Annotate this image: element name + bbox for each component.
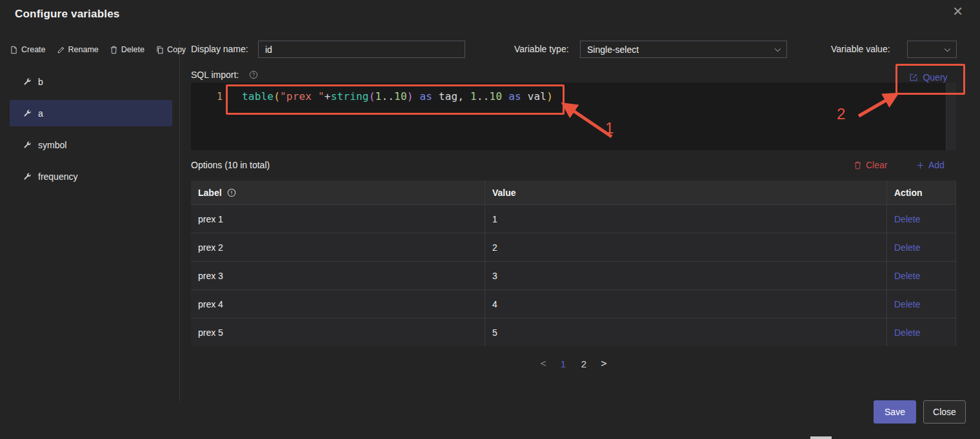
question-circle-icon[interactable] <box>249 70 258 79</box>
close-icon[interactable]: × <box>953 3 963 19</box>
editor-scrollbar[interactable] <box>946 83 956 150</box>
sidebar-item-label: frequency <box>38 171 77 182</box>
toolbar-create-label: Create <box>21 45 46 54</box>
table-row: prex 22Delete <box>191 233 956 261</box>
clear-button[interactable]: Clear <box>854 160 887 170</box>
sidebar-item-a[interactable]: a <box>10 100 172 126</box>
wrench-icon <box>23 141 32 149</box>
code-token: 1 <box>375 90 382 102</box>
variable-value-label: Variable value: <box>831 41 890 58</box>
delete-link[interactable]: Delete <box>894 214 920 224</box>
sidebar-toolbar: CreateRenameDeleteCopy <box>10 45 186 54</box>
table-header-row: LabelValueAction <box>191 180 956 204</box>
cell-action: Delete <box>887 262 956 289</box>
cell-label: prex 5 <box>191 318 485 346</box>
code-token: val <box>521 90 546 102</box>
sidebar-item-frequency[interactable]: frequency <box>10 163 172 190</box>
code-token: ) <box>407 90 414 102</box>
code-token: as <box>419 90 432 102</box>
cell-action: Delete <box>887 318 956 346</box>
pagination-page-2[interactable]: 2 <box>576 358 592 369</box>
variable-value-select[interactable] <box>907 41 957 58</box>
toolbar-create-button[interactable]: Create <box>10 45 46 54</box>
code-token: 10 <box>490 90 503 102</box>
cell-value: 4 <box>485 290 887 318</box>
sidebar-divider <box>179 40 180 401</box>
cell-label: prex 4 <box>191 290 485 318</box>
close-button[interactable]: Close <box>923 400 966 424</box>
column-header-value: Value <box>485 180 887 204</box>
sql-code-line: table("prex "+string(1..10) as tag, 1..1… <box>242 90 553 102</box>
pagination-page-1[interactable]: 1 <box>555 358 571 369</box>
code-token <box>502 90 508 102</box>
pagination: <12> <box>191 354 956 373</box>
save-button[interactable]: Save <box>874 400 916 424</box>
toolbar-copy-button[interactable]: Copy <box>155 45 186 54</box>
table-row: prex 11Delete <box>191 204 956 233</box>
page-title: Configure variables <box>15 8 120 21</box>
code-token: 1 <box>470 90 477 102</box>
chevron-down-icon <box>944 48 951 52</box>
sql-import-label: SQL import: <box>191 70 239 80</box>
toolbar-delete-label: Delete <box>121 45 145 54</box>
wrench-icon <box>23 109 32 117</box>
code-token: .. <box>381 90 394 102</box>
delete-link[interactable]: Delete <box>894 271 920 281</box>
header-label: Value <box>492 188 516 198</box>
code-token: as <box>508 90 521 102</box>
options-table: LabelValueAction prex 11Deleteprex 22Del… <box>191 180 956 346</box>
column-header-action: Action <box>887 180 956 204</box>
toolbar-copy-label: Copy <box>167 45 186 54</box>
column-header-label: Label <box>191 180 485 204</box>
trash-icon <box>854 161 862 170</box>
options-title: Options (10 in total) <box>191 160 270 170</box>
variable-type-select[interactable]: Single-select <box>580 41 787 58</box>
bottom-partial-element <box>810 436 832 439</box>
code-token: "prex " <box>280 90 325 102</box>
table-body: prex 11Deleteprex 22Deleteprex 33Deletep… <box>191 204 956 346</box>
variable-list: basymbolfrequency <box>10 68 172 195</box>
plus-icon <box>916 161 925 170</box>
cell-value: 2 <box>485 233 887 261</box>
sql-code-editor[interactable]: 1 table("prex "+string(1..10) as tag, 1.… <box>191 83 956 150</box>
code-token: table <box>242 90 274 102</box>
sidebar-item-label: b <box>38 77 43 87</box>
cell-label: prex 3 <box>191 262 485 289</box>
cell-action: Delete <box>887 290 956 318</box>
sidebar-item-b[interactable]: b <box>10 68 172 95</box>
trash-icon <box>110 46 118 54</box>
line-number: 1 <box>214 91 223 102</box>
cell-value: 3 <box>485 262 887 289</box>
copy-icon <box>155 46 164 54</box>
table-row: prex 55Delete <box>191 318 956 346</box>
toolbar-rename-button[interactable]: Rename <box>57 45 99 54</box>
code-token <box>414 90 420 102</box>
header-label: Label <box>198 188 222 198</box>
chevron-down-icon <box>774 48 781 52</box>
cell-value: 1 <box>485 205 887 233</box>
toolbar-delete-button[interactable]: Delete <box>110 45 145 54</box>
code-token: tag, <box>432 90 470 102</box>
add-button[interactable]: Add <box>916 160 945 170</box>
code-token: ( <box>369 90 375 102</box>
sidebar-item-label: a <box>38 108 43 119</box>
code-token: ( <box>274 90 280 102</box>
delete-link[interactable]: Delete <box>894 242 920 253</box>
variable-type-label: Variable type: <box>514 41 569 58</box>
pagination-next[interactable]: > <box>597 358 611 369</box>
info-circle-icon <box>227 188 236 197</box>
cell-label: prex 1 <box>191 205 485 233</box>
code-token: 10 <box>394 90 407 102</box>
sidebar-item-symbol[interactable]: symbol <box>10 132 172 158</box>
configure-variables-dialog: Configure variables × CreateRenameDelete… <box>0 0 980 439</box>
cell-action: Delete <box>887 205 956 233</box>
cell-label: prex 2 <box>191 233 485 261</box>
code-token: .. <box>477 90 490 102</box>
delete-link[interactable]: Delete <box>894 299 920 309</box>
delete-link[interactable]: Delete <box>894 327 920 338</box>
toolbar-rename-label: Rename <box>68 45 99 54</box>
code-token: + <box>325 90 331 102</box>
clear-button-label: Clear <box>866 160 887 170</box>
pagination-prev[interactable]: < <box>536 358 550 369</box>
display-name-input[interactable] <box>258 41 465 58</box>
